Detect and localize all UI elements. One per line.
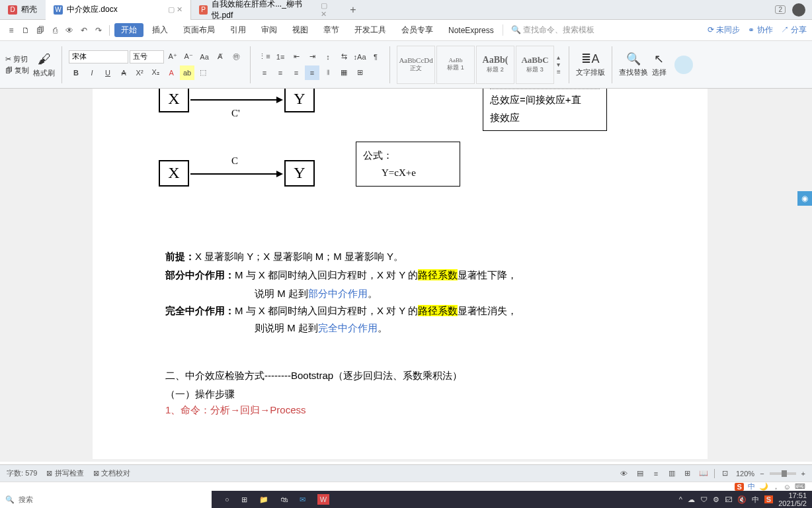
tab-actions-icon[interactable]: ▢ ✕ [168,5,183,14]
undo-icon[interactable]: ↶ [78,24,90,36]
line-spacing-icon[interactable]: ↕Aa [352,50,367,64]
underline-icon[interactable]: U [101,65,115,80]
share-button[interactable]: ↗ 分享 [781,24,807,36]
decrease-font-icon[interactable]: A⁻ [181,50,196,64]
superscript-icon[interactable]: X² [132,65,147,80]
store-icon[interactable]: 🛍 [280,495,288,503]
outline-view-icon[interactable]: ▥ [667,468,677,479]
save-icon[interactable]: 🗋 [20,24,32,36]
menu-chapter[interactable]: 章节 [317,23,346,37]
tray-onedrive-icon[interactable]: ☁ [688,495,695,504]
tab-actions-icon[interactable]: ▢ ✕ [321,1,335,19]
style-h1[interactable]: AaBb标题 1 [436,46,475,84]
style-h3[interactable]: AaBbC标题 3 [516,46,554,84]
tab-pdf[interactable]: P 自我效能在肝癌术..._柳书悦.pdf ▢ ✕ [191,0,343,20]
document-canvas[interactable]: X C' Y 总效应=间接效应+直 接效应 X C Y 公式： Y=cX+e 前… [0,89,812,462]
increase-font-icon[interactable]: A⁺ [165,50,180,64]
tray-up-icon[interactable]: ^ [679,495,682,503]
notification-badge[interactable]: 2 [775,5,786,14]
change-case-icon[interactable]: Aa [197,50,212,64]
menu-layout[interactable]: 页面布局 [177,23,222,37]
side-locate-icon[interactable]: ◉ [797,191,812,206]
redo-icon[interactable]: ↷ [93,24,104,36]
taskview-icon[interactable]: ⊞ [241,495,247,504]
menu-review[interactable]: 审阅 [255,23,284,37]
circled-text-icon[interactable]: ㊕ [229,50,243,64]
sync-status[interactable]: ⟳ 未同步 [708,24,740,36]
tray-ime-icon[interactable]: S [764,495,773,503]
cut-button[interactable]: ✂ 剪切 [5,54,29,64]
preview-icon[interactable]: 👁 [63,24,75,36]
print-icon[interactable]: ⎙ [49,24,61,36]
ime-punct-icon[interactable]: ， [772,482,780,491]
page-view-icon[interactable]: ▤ [635,468,645,479]
char-border-icon[interactable]: ⬚ [196,65,210,80]
bold-icon[interactable]: B [69,65,83,80]
tab-home[interactable]: D 稻壳 [0,0,46,20]
style-scroll-up-icon[interactable]: ▴ [557,54,561,61]
distribute-icon[interactable]: ⫴ [321,65,335,80]
explorer-icon[interactable]: 📁 [259,495,268,504]
tray-sound-icon[interactable]: 🔇 [737,495,747,504]
tab-document[interactable]: W 中介效应.docx ▢ ✕ [46,0,191,20]
shading-icon[interactable]: ▦ [337,65,351,80]
menu-icon[interactable]: ≡ [5,24,17,36]
ime-moon-icon[interactable]: 🌙 [759,482,768,491]
ime-keyboard-icon[interactable]: ⌨ [795,482,805,491]
style-h2[interactable]: AaBb(标题 2 [476,46,514,84]
menu-start[interactable]: 开始 [114,23,143,37]
tab-icon[interactable]: ⇆ [337,50,351,64]
zoom-fit-icon[interactable]: ⊡ [720,468,731,479]
font-family-select[interactable] [69,50,128,64]
tray-battery-icon[interactable]: 🗠 [725,495,732,503]
spell-check-toggle[interactable]: ⊠ 拼写检查 [46,468,83,478]
align-left-icon[interactable]: ≡ [257,65,272,80]
style-expand-icon[interactable]: ≡ [557,68,561,75]
style-body[interactable]: AaBbCcDd正文 [397,46,435,84]
reader-icon[interactable]: 📖 [698,468,709,479]
border-icon[interactable]: ⊞ [352,65,367,80]
menu-noteexpress[interactable]: NoteExpress [442,24,501,36]
proof-toggle[interactable]: ⊠ 文档校对 [93,468,130,478]
align-center-icon[interactable]: ≡ [273,65,288,80]
taskbar-search[interactable]: 🔍 搜索 [0,491,212,508]
collab-button[interactable]: ⚭ 协作 [748,24,772,36]
paragraph-icon[interactable]: ¶ [368,50,383,64]
menu-devtools[interactable]: 开发工具 [348,23,393,37]
tray-lang-icon[interactable]: 中 [752,495,759,505]
save-as-icon[interactable]: 🗐 [34,24,46,36]
align-justify-icon[interactable]: ≡ [305,65,319,80]
strike-icon[interactable]: A [116,65,131,80]
italic-icon[interactable]: I [85,65,99,80]
assistant-icon[interactable] [674,56,693,74]
zoom-level[interactable]: 120% [736,470,754,478]
taskbar-date[interactable]: 2021/5/2 [778,499,807,507]
font-size-select[interactable] [130,50,164,64]
format-brush-icon[interactable]: 🖌 [38,52,51,67]
layout-view-icon[interactable]: ≡ [651,468,661,479]
zoom-out-icon[interactable]: − [760,470,764,478]
word-count[interactable]: 字数: 579 [7,468,37,478]
web-view-icon[interactable]: ⊞ [682,468,693,479]
indent-right-icon[interactable]: ⇥ [305,50,319,64]
align-right-icon[interactable]: ≡ [289,65,304,80]
tray-wifi-icon[interactable]: ⚙ [713,495,719,504]
menu-member[interactable]: 会员专享 [395,23,440,37]
ime-s-icon[interactable]: S [735,483,743,491]
ime-lang-icon[interactable]: 中 [748,482,755,491]
clear-format-icon[interactable]: A̸ [213,50,227,64]
menu-view[interactable]: 视图 [286,23,315,37]
tray-shield-icon[interactable]: 🛡 [700,495,708,503]
menu-insert[interactable]: 插入 [145,23,175,37]
copy-button[interactable]: 🗐 复制 [5,65,29,75]
text-layout-icon[interactable]: ≣A [581,52,599,66]
style-scroll-down-icon[interactable]: ▾ [557,61,561,68]
command-search[interactable]: 🔍 查找命令、搜索模板 [503,24,594,36]
taskbar-time[interactable]: 17:51 [778,491,807,499]
sort-icon[interactable]: ↕ [321,50,335,64]
new-tab-button[interactable]: + [343,4,363,16]
number-list-icon[interactable]: 1≡ [273,50,288,64]
subscript-icon[interactable]: X₂ [148,65,163,80]
cortana-icon[interactable]: ○ [225,495,229,503]
find-icon[interactable]: 🔍 [626,52,641,66]
